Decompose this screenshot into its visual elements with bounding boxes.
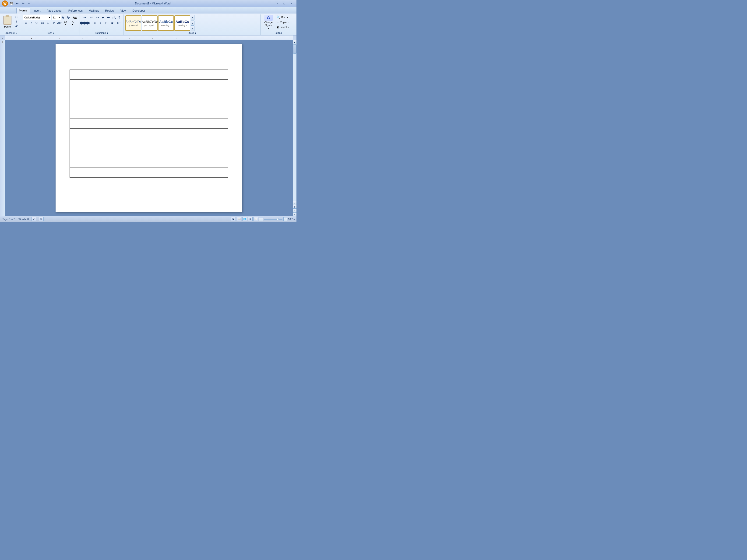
numbering-button[interactable]: ≡▾ (88, 15, 94, 20)
find-button[interactable]: 🔍 Find ▾ (276, 15, 294, 20)
line-spacing-button[interactable]: ↕▾ (103, 20, 109, 25)
tab-selector[interactable]: L (0, 35, 5, 40)
styles-scroll-down[interactable]: ▼ (191, 21, 195, 26)
tab-developer[interactable]: Developer (130, 8, 148, 14)
save-button[interactable]: 💾 (9, 1, 14, 6)
replace-button[interactable]: ↔ Replace (276, 20, 294, 25)
left-indent-marker[interactable] (30, 38, 33, 39)
ruler-mark-1: 1 (35, 37, 36, 40)
tab-mailings[interactable]: Mailings (86, 8, 102, 14)
clipboard-expand[interactable]: ⬙ (15, 32, 17, 34)
italic-button[interactable]: I (29, 20, 34, 25)
multilevel-button[interactable]: ≡▾ (94, 15, 100, 20)
borders-button[interactable]: ⊞▾ (116, 20, 122, 25)
editing-label: Editing (262, 31, 294, 35)
font-color-button[interactable]: A ▾ (69, 20, 76, 25)
font-group-content: Calibri (Body) ▾ 11 ▾ A▲ A▼ Aa B I U▾ ab (23, 15, 78, 31)
scroll-page-down[interactable]: ○ (293, 209, 297, 212)
quick-access-dropdown[interactable]: ▾ (26, 1, 31, 6)
style-normal[interactable]: AaBbCcDc ¶ Normal (125, 16, 141, 31)
strikethrough-button[interactable]: ab (40, 20, 45, 25)
clear-formatting-button[interactable]: Aa (71, 15, 78, 20)
view-web-layout-icon[interactable]: 🌐 (242, 217, 247, 221)
change-styles-button[interactable]: A ChangeStyles ▾ (262, 15, 275, 29)
tab-view[interactable]: View (118, 8, 129, 14)
tab-page-layout[interactable]: Page Layout (44, 8, 65, 14)
superscript-button[interactable]: x² (51, 20, 56, 25)
scroll-down-button[interactable]: ▼ (293, 212, 297, 216)
clipboard-content: Paste ✂ ⎘ 🖌 (2, 15, 20, 31)
styles-scroll-up[interactable]: ▲ (191, 15, 195, 20)
font-face-dropdown[interactable]: Calibri (Body) ▾ (23, 15, 51, 20)
word-envelope-icon[interactable]: ✉ (39, 217, 44, 221)
font-row-2: B I U▾ ab x₂ x² Aa▾ ab ▾ A ▾ (23, 20, 76, 25)
paragraph-expand[interactable]: ⬙ (106, 32, 108, 34)
text-case-button[interactable]: Aa▾ (57, 20, 62, 25)
page-count: Page: 1 of 1 (2, 218, 16, 220)
editing-content: A ChangeStyles ▾ 🔍 Find ▾ ↔ Replace (262, 15, 294, 31)
select-button[interactable]: ▣ Select ▾ (276, 25, 294, 29)
sort-button[interactable]: ↕A (111, 15, 117, 20)
table-row (70, 158, 228, 168)
view-outline-icon[interactable]: ≡ (248, 217, 253, 221)
spell-check-icon[interactable]: ✓ (31, 217, 36, 221)
zoom-slider-thumb[interactable] (277, 218, 279, 220)
style-heading1[interactable]: AaBbCc Heading 1 (158, 16, 174, 31)
show-marks-button[interactable]: ¶ (117, 15, 122, 20)
paste-button[interactable]: Paste (2, 15, 12, 29)
tab-home[interactable]: Home (16, 8, 30, 14)
zoom-slider[interactable] (264, 219, 282, 219)
scroll-select-browse[interactable]: ◉ (293, 205, 297, 209)
justify-button[interactable]: ≡ (98, 20, 103, 25)
font-shrink-button[interactable]: A▼ (66, 15, 71, 20)
decrease-indent-button[interactable]: ⬅ (101, 15, 106, 20)
view-normal-icon[interactable]: ▣ (231, 217, 236, 221)
table-row (70, 129, 228, 138)
font-label: Font ⬙ (23, 31, 78, 35)
font-size-dropdown[interactable]: 11 ▾ (52, 15, 61, 20)
maximize-button[interactable]: □ (281, 1, 288, 6)
redo-button[interactable]: ↪ (21, 1, 26, 6)
zoom-in-button[interactable]: + (283, 217, 287, 221)
tab-review[interactable]: Review (102, 8, 117, 14)
copy-button[interactable]: ⎘ (13, 19, 20, 24)
ruler-mark-4: 4 (105, 37, 106, 40)
underline-button[interactable]: U▾ (34, 20, 40, 25)
font-expand[interactable]: ⬙ (52, 32, 54, 34)
style-no-spacing[interactable]: AaBbCcDc ¶ No Spaci... (142, 16, 158, 31)
styles-expand[interactable]: ▾ (191, 26, 195, 31)
tab-references[interactable]: References (66, 8, 85, 14)
close-button[interactable]: ✕ (288, 1, 294, 6)
align-left-button[interactable]: ⬤⬤⬤ (82, 20, 87, 25)
view-draft-icon[interactable]: 📄 (254, 217, 258, 221)
highlight-button[interactable]: ab ▾ (62, 20, 69, 25)
zoom-out-button[interactable]: − (259, 217, 263, 221)
cut-button[interactable]: ✂ (13, 15, 20, 19)
bold-button[interactable]: B (23, 20, 28, 25)
scroll-page-up[interactable]: ○ (293, 201, 297, 205)
minimize-button[interactable]: − (274, 1, 281, 6)
increase-indent-button[interactable]: ➡ (106, 15, 111, 20)
scroll-thumb[interactable] (293, 44, 297, 54)
align-center-button[interactable]: ≡ (87, 20, 92, 25)
subscript-button[interactable]: x₂ (46, 20, 51, 25)
bullets-button[interactable]: ≡▾ (82, 15, 88, 20)
office-button[interactable]: W (2, 0, 8, 6)
styles-expand-icon[interactable]: ⬙ (195, 32, 197, 34)
replace-label: Replace (280, 21, 289, 24)
scroll-up-button[interactable]: ▲ (293, 40, 297, 44)
styles-group: AaBbCcDc ¶ Normal AaBbCcDc ¶ No Spaci...… (124, 15, 260, 35)
format-painter-button[interactable]: 🖌 (13, 24, 20, 28)
align-right-button[interactable]: ≡ (93, 20, 98, 25)
document-area[interactable] (5, 40, 293, 216)
view-full-reading-icon[interactable]: 📖 (237, 217, 241, 221)
ruler-scale: 1 2 3 4 5 6 7 (5, 35, 293, 40)
font-size-value: 11 (53, 16, 56, 19)
undo-button[interactable]: ↩ (15, 1, 20, 6)
tab-insert[interactable]: Insert (31, 8, 43, 14)
table-row (70, 148, 228, 158)
shading-button[interactable]: ▣▾ (109, 20, 115, 25)
font-grow-button[interactable]: A▲ (61, 15, 66, 20)
zoom-control: − + 100% (259, 217, 294, 221)
style-heading2[interactable]: AaBbCc Heading 2 (174, 16, 190, 31)
